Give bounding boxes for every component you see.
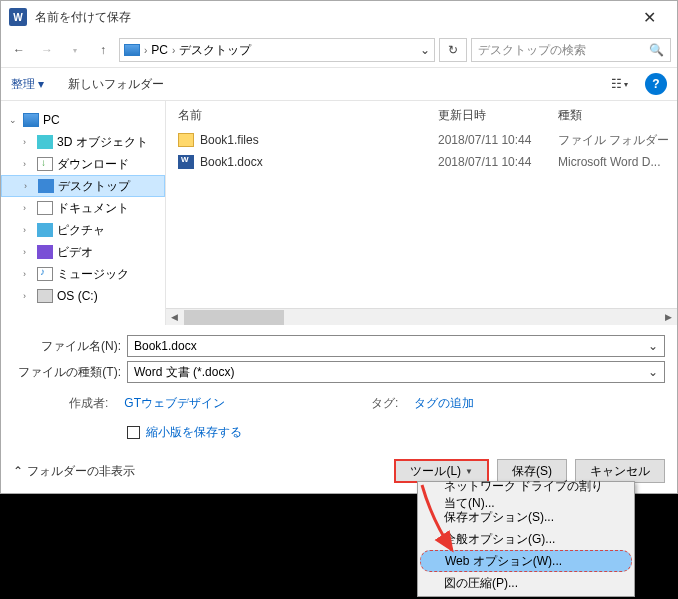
sidebar-label: ビデオ [57,244,93,261]
refresh-button[interactable]: ↻ [439,38,467,62]
titlebar: W 名前を付けて保存 ✕ [1,1,677,33]
filename-value: Book1.docx [134,339,197,353]
thumbnail-checkbox[interactable] [127,426,140,439]
sidebar-pc[interactable]: ⌄ PC [1,109,165,131]
filename-input[interactable]: Book1.docx ⌄ [127,335,665,357]
word-app-icon: W [9,8,27,26]
fields: ファイル名(N): Book1.docx ⌄ ファイルの種類(T): Word … [1,325,677,389]
cancel-label: キャンセル [590,463,650,480]
sidebar-item-desktop[interactable]: › デスクトップ [1,175,165,197]
filetype-value: Word 文書 (*.docx) [134,364,234,381]
documents-icon [37,201,53,215]
word-doc-icon [178,155,194,169]
download-icon [37,157,53,171]
expand-icon[interactable]: › [23,269,33,279]
scroll-thumb[interactable] [184,310,284,325]
sidebar-item-os-drive[interactable]: › OS (C:) [1,285,165,307]
expand-icon[interactable]: › [23,159,33,169]
toolbar: 整理 ▾ 新しいフォルダー ☷ ▾ ? [1,67,677,101]
file-row[interactable]: Book1.files 2018/07/11 10:44 ファイル フォルダー [178,129,677,151]
file-row[interactable]: Book1.docx 2018/07/11 10:44 Microsoft Wo… [178,151,677,173]
file-name: Book1.files [200,133,259,147]
horizontal-scrollbar[interactable]: ◀ ▶ [166,308,677,325]
sidebar-item-downloads[interactable]: › ダウンロード [1,153,165,175]
sidebar-item-3d[interactable]: › 3D オブジェクト [1,131,165,153]
chevron-down-icon: ▾ [624,80,628,89]
search-input[interactable]: デスクトップの検索 🔍 [471,38,671,62]
menu-item-general-options[interactable]: 全般オプション(G)... [420,528,632,550]
menu-item-network-drive[interactable]: ネットワーク ドライブの割り当て(N)... [420,484,632,506]
pc-icon [124,44,140,56]
save-label: 保存(S) [512,463,552,480]
up-button[interactable]: ↑ [91,38,115,62]
pc-icon [23,113,39,127]
column-date[interactable]: 更新日時 [438,107,558,124]
chevron-right-icon: › [172,45,175,56]
dialog-body: ⌄ PC › 3D オブジェクト › ダウンロード › デスクトップ › [1,101,677,325]
chevron-down-icon[interactable]: ⌄ [648,365,658,379]
sidebar-item-documents[interactable]: › ドキュメント [1,197,165,219]
pictures-icon [37,223,53,237]
sidebar-label: ドキュメント [57,200,129,217]
sidebar-item-music[interactable]: › ミュージック [1,263,165,285]
file-type: ファイル フォルダー [558,132,677,149]
sidebar-label: OS (C:) [57,289,98,303]
sidebar: ⌄ PC › 3D オブジェクト › ダウンロード › デスクトップ › [1,101,166,325]
sidebar-label: ミュージック [57,266,129,283]
view-icon: ☷ [611,77,622,91]
breadcrumb-pc[interactable]: PC [151,43,168,57]
breadcrumb-desktop[interactable]: デスクトップ [179,42,251,59]
sidebar-item-videos[interactable]: › ビデオ [1,241,165,263]
meta-row: 作成者: GTウェブデザイン タグ: タグの追加 [1,389,677,418]
filetype-label: ファイルの種類(T): [13,364,121,381]
recent-dropdown[interactable]: ▾ [63,38,87,62]
collapse-icon[interactable]: ⌄ [9,115,19,125]
sidebar-label: 3D オブジェクト [57,134,148,151]
search-placeholder: デスクトップの検索 [478,42,586,59]
scroll-left-icon[interactable]: ◀ [166,312,183,322]
hide-folders-label: フォルダーの非表示 [27,463,135,480]
back-button[interactable]: ← [7,38,31,62]
file-type: Microsoft Word D... [558,155,677,169]
expand-icon[interactable]: › [23,137,33,147]
expand-icon[interactable]: › [23,225,33,235]
sidebar-label: デスクトップ [58,178,130,195]
filename-label: ファイル名(N): [13,338,121,355]
thumbnail-checkbox-row[interactable]: 縮小版を保存する [1,418,677,451]
chevron-up-icon: ⌃ [13,464,23,478]
folder-icon [178,133,194,147]
chevron-right-icon: › [144,45,147,56]
save-as-dialog: W 名前を付けて保存 ✕ ← → ▾ ↑ › PC › デスクトップ ⌄ ↻ デ… [0,0,678,494]
hide-folders-toggle[interactable]: ⌃ フォルダーの非表示 [13,463,135,480]
organize-button[interactable]: 整理 ▾ [11,76,44,93]
dialog-title: 名前を付けて保存 [35,9,629,26]
close-button[interactable]: ✕ [629,8,669,27]
menu-item-compress-pictures[interactable]: 図の圧縮(P)... [420,572,632,594]
sidebar-item-pictures[interactable]: › ピクチャ [1,219,165,241]
tools-label: ツール(L) [410,463,461,480]
scroll-right-icon[interactable]: ▶ [660,312,677,322]
expand-icon[interactable]: › [23,203,33,213]
expand-icon[interactable]: › [24,181,34,191]
navbar: ← → ▾ ↑ › PC › デスクトップ ⌄ ↻ デスクトップの検索 🔍 [1,33,677,67]
column-type[interactable]: 種類 [558,107,677,124]
tag-value[interactable]: タグの追加 [414,395,474,412]
videos-icon [37,245,53,259]
chevron-down-icon[interactable]: ⌄ [648,339,658,353]
sidebar-label: PC [43,113,60,127]
view-options-button[interactable]: ☷ ▾ [599,73,639,95]
menu-item-web-options[interactable]: Web オプション(W)... [420,550,632,572]
author-value[interactable]: GTウェブデザイン [124,395,225,412]
search-icon: 🔍 [649,43,664,57]
author-label: 作成者: [69,395,108,412]
help-button[interactable]: ? [645,73,667,95]
thumbnail-label: 縮小版を保存する [146,424,242,441]
filetype-select[interactable]: Word 文書 (*.docx) ⌄ [127,361,665,383]
breadcrumb[interactable]: › PC › デスクトップ ⌄ [119,38,435,62]
new-folder-button[interactable]: 新しいフォルダー [68,76,164,93]
expand-icon[interactable]: › [23,247,33,257]
expand-icon[interactable]: › [23,291,33,301]
forward-button[interactable]: → [35,38,59,62]
breadcrumb-dropdown[interactable]: ⌄ [420,43,430,57]
column-name[interactable]: 名前 [178,107,438,124]
